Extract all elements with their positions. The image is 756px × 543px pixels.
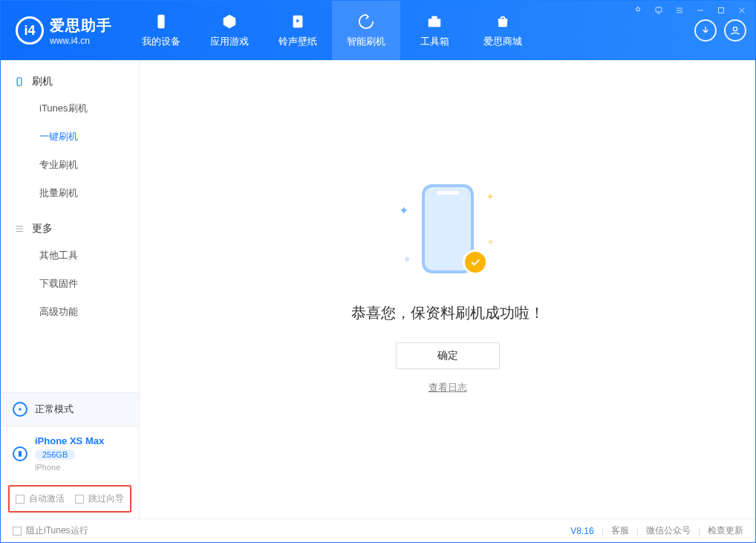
menu-icon[interactable]: [672, 4, 687, 19]
app-url: www.i4.cn: [50, 36, 112, 46]
nav-store[interactable]: 爱思商城: [469, 1, 537, 60]
music-icon: [289, 13, 307, 30]
dot-icon: [489, 240, 492, 244]
sidebar-item-oneclick-flash[interactable]: 一键刷机: [1, 123, 139, 151]
minimize-button[interactable]: [693, 4, 708, 19]
checkbox-label: 自动激活: [29, 492, 65, 505]
phone-outline-icon: [14, 77, 25, 87]
cube-icon: [221, 13, 238, 30]
app-logo: i4 爱思助手 www.i4.cn: [16, 16, 112, 46]
svg-point-8: [19, 408, 21, 410]
logo-icon: i4: [16, 16, 44, 45]
nav-label: 应用游戏: [210, 35, 249, 48]
maximize-button[interactable]: [714, 4, 729, 19]
ok-button[interactable]: 确定: [396, 342, 500, 369]
download-button[interactable]: [694, 19, 717, 42]
sidebar-section-more: 更多 其他工具 下载固件 高级功能: [1, 207, 139, 326]
checkbox-label: 阻止iTunes运行: [26, 524, 88, 537]
checkbox-label: 跳过向导: [88, 492, 124, 505]
toolbox-icon: [426, 13, 443, 30]
body: 刷机 iTunes刷机 一键刷机 专业刷机 批量刷机 更多 其他工具 下载固件 …: [1, 60, 755, 518]
sidebar-head-more[interactable]: 更多: [1, 216, 139, 241]
nav-my-device[interactable]: 我的设备: [127, 1, 195, 60]
svg-rect-7: [17, 78, 22, 86]
success-illustration: ✦ ✦: [403, 184, 492, 281]
device-mode: 正常模式: [35, 403, 74, 416]
window-controls: [630, 4, 749, 19]
device-name: iPhone XS Max: [35, 435, 104, 446]
success-message: 恭喜您，保资料刷机成功啦！: [351, 303, 544, 323]
svg-rect-4: [428, 19, 441, 27]
sidebar-item-pro-flash[interactable]: 专业刷机: [1, 151, 139, 179]
main-content: ✦ ✦ 恭喜您，保资料刷机成功啦！ 确定 查看日志: [140, 60, 755, 518]
svg-rect-0: [656, 7, 662, 12]
device-capacity: 256GB: [35, 449, 75, 460]
checkbox-box: [75, 495, 84, 504]
nav-ringtones[interactable]: 铃声壁纸: [264, 1, 332, 60]
svg-point-6: [733, 27, 737, 30]
version-label: V8.16: [570, 526, 593, 536]
check-update-link[interactable]: 检查更新: [708, 524, 743, 537]
checkbox-box: [13, 527, 22, 536]
top-nav: 我的设备 应用游戏 铃声壁纸 智能刷机 工具箱 爱思商城: [127, 1, 537, 60]
checkbox-box: [16, 495, 25, 504]
device-panel: 正常模式 iPhone XS Max 256GB iPhone 自动激活 跳过向…: [1, 392, 139, 518]
refresh-icon: [357, 13, 375, 30]
sidebar: 刷机 iTunes刷机 一键刷机 专业刷机 批量刷机 更多 其他工具 下载固件 …: [1, 60, 140, 518]
bag-icon: [494, 13, 512, 30]
sidebar-item-advanced[interactable]: 高级功能: [1, 298, 139, 326]
dot-icon: [405, 257, 409, 261]
svg-rect-9: [19, 451, 22, 457]
sidebar-title: 刷机: [32, 75, 53, 88]
phone-icon: [13, 446, 27, 461]
nav-label: 工具箱: [420, 35, 449, 48]
svg-rect-5: [431, 16, 437, 19]
list-icon: [14, 224, 25, 234]
account-button[interactable]: [724, 19, 746, 42]
sparkle-icon: ✦: [486, 192, 494, 202]
sidebar-item-download-firmware[interactable]: 下载固件: [1, 270, 139, 298]
checkbox-skip-guide[interactable]: 跳过向导: [75, 492, 124, 505]
statusbar: 阻止iTunes运行 V8.16 | 客服 | 微信公众号 | 检查更新: [1, 518, 755, 542]
header-right: [694, 19, 746, 42]
sparkle-icon: ✦: [399, 204, 408, 218]
checkbox-auto-activate[interactable]: 自动激活: [16, 492, 65, 505]
options-highlight: 自动激活 跳过向导: [8, 485, 131, 513]
footer-right: V8.16 | 客服 | 微信公众号 | 检查更新: [570, 524, 743, 537]
close-button[interactable]: [734, 4, 749, 19]
nav-label: 铃声壁纸: [278, 35, 317, 48]
view-log-link[interactable]: 查看日志: [428, 381, 467, 394]
sidebar-item-batch-flash[interactable]: 批量刷机: [1, 179, 139, 207]
theme-icon[interactable]: [630, 4, 645, 19]
nav-label: 我的设备: [142, 35, 180, 48]
device-card[interactable]: iPhone XS Max 256GB iPhone: [1, 426, 139, 481]
sidebar-item-itunes-flash[interactable]: iTunes刷机: [1, 94, 139, 123]
nav-apps[interactable]: 应用游戏: [195, 1, 264, 60]
nav-label: 爱思商城: [483, 35, 522, 48]
wechat-link[interactable]: 微信公众号: [646, 524, 691, 537]
sidebar-head-flash[interactable]: 刷机: [1, 69, 139, 94]
sidebar-title: 更多: [32, 222, 53, 235]
nav-toolbox[interactable]: 工具箱: [400, 1, 469, 60]
mode-icon: [13, 402, 27, 417]
svg-rect-1: [719, 8, 724, 13]
svg-rect-2: [157, 15, 164, 28]
nav-flash[interactable]: 智能刷机: [332, 1, 400, 60]
device-icon: [152, 13, 170, 30]
check-badge-icon: [463, 250, 488, 275]
sidebar-section-flash: 刷机 iTunes刷机 一键刷机 专业刷机 批量刷机: [1, 60, 139, 207]
sidebar-item-other-tools[interactable]: 其他工具: [1, 241, 139, 270]
checkbox-block-itunes[interactable]: 阻止iTunes运行: [13, 524, 88, 537]
nav-label: 智能刷机: [347, 35, 385, 48]
titlebar: i4 爱思助手 www.i4.cn 我的设备 应用游戏 铃声壁纸 智能刷机 工具…: [1, 1, 755, 60]
support-link[interactable]: 客服: [611, 524, 629, 537]
device-type: iPhone: [35, 463, 104, 472]
device-mode-card[interactable]: 正常模式: [1, 392, 139, 426]
app-name: 爱思助手: [50, 16, 112, 36]
feedback-icon[interactable]: [651, 4, 666, 19]
